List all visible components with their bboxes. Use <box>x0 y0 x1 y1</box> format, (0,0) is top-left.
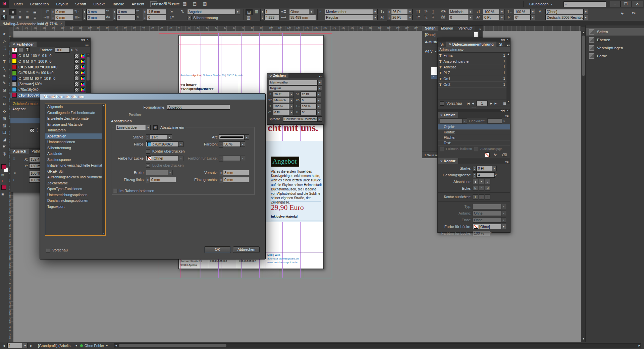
dialog-category-item[interactable]: Allgemein <box>45 104 102 110</box>
zoom-level-dropdown[interactable]: 78 %▼ <box>163 1 175 5</box>
right-indent-field[interactable]: 0 mm <box>87 9 105 14</box>
knockout-group-checkbox[interactable] <box>474 147 478 151</box>
column-count-stepper[interactable]: ▲▼ <box>260 9 264 15</box>
left-indent-field[interactable]: 0 mm <box>55 9 74 14</box>
merge-scrollbar[interactable]: ▲ ▼ <box>506 53 510 104</box>
close-icon[interactable]: ✕ <box>506 38 509 41</box>
rule-tint-stepper[interactable]: ▲▼ <box>219 141 223 148</box>
leading-dropdown[interactable]: 26 Pt▼ <box>301 92 321 97</box>
tool-button[interactable]: ↔ <box>0 51 8 58</box>
view-options-icon[interactable]: ▦ <box>183 1 186 6</box>
category-scrollbar[interactable]: ▲ ▼ <box>102 104 105 235</box>
stroke-gap-color-dropdown[interactable]: [Ohne]▼ <box>473 224 506 229</box>
menu-item[interactable]: Objekt <box>90 0 108 8</box>
miter-join-icon[interactable]: ◺ <box>473 186 478 191</box>
stroke-gap-tint-field[interactable]: 100 % <box>473 231 490 236</box>
left-indent-stepper[interactable]: ▲▼ <box>51 9 55 15</box>
effects-target-row[interactable]: Fläche: <box>438 135 510 140</box>
window-restore-button[interactable]: ❐ <box>621 1 631 7</box>
first-record-icon[interactable]: |◀ <box>467 102 470 105</box>
small-caps-button[interactable]: Tт <box>416 15 420 19</box>
drop-cap-chars-stepper[interactable]: ▲▼ <box>143 15 147 21</box>
rule-tint-dropdown[interactable]: 50 %▼ <box>223 141 245 147</box>
miter-limit-field[interactable]: 4 <box>477 172 495 178</box>
delete-effect-icon[interactable]: ⌫ <box>501 153 507 157</box>
space-after-stepper[interactable]: ▲▼ <box>83 15 87 21</box>
butt-cap-icon[interactable]: ▮ <box>473 179 478 184</box>
tool-button[interactable]: ✎ <box>0 79 8 86</box>
menu-item[interactable]: Tabelle <box>108 0 128 8</box>
merge-field-row[interactable]: T Ort2 1 <box>438 82 506 88</box>
font-style-dropdown[interactable]: Regular▼ <box>269 85 322 91</box>
space-before-stepper[interactable]: ▲▼ <box>51 15 55 21</box>
justify-right-button[interactable]: ≣ <box>17 15 23 20</box>
leading-dropdown[interactable]: 26 Pt▼ <box>391 15 413 20</box>
superscript-button[interactable]: T¹ <box>424 9 427 13</box>
swatch-row[interactable]: c70m16y0k0 <box>10 87 86 93</box>
tool-button[interactable]: ✒ <box>0 72 8 79</box>
collapse-panel-icon[interactable]: ◀◀ <box>500 109 504 112</box>
menu-item[interactable]: Layout <box>52 0 71 8</box>
menu-item[interactable]: Schrift <box>71 0 90 8</box>
indent-right-field[interactable]: 0 mm <box>223 177 249 182</box>
merge-preview-checkbox[interactable] <box>440 101 444 106</box>
rule-width-dropdown[interactable]: ▼ <box>146 170 173 175</box>
clear-effects-icon[interactable] <box>485 153 490 157</box>
character-styles-tab[interactable]: Zeichenformate <box>10 101 40 106</box>
align-right-button[interactable]: ≡ <box>24 9 31 14</box>
dialog-category-item[interactable]: Umbruchoptionen <box>45 139 102 145</box>
gap-tint-slider-icon[interactable]: ▶ <box>490 231 492 234</box>
reference-point-icon[interactable]: ⠿ <box>13 157 15 161</box>
gutter-field[interactable]: 38,489 mm <box>289 15 316 20</box>
record-number-field[interactable]: 1 <box>476 101 488 106</box>
gap-tint-stepper[interactable]: ▲▼ <box>219 156 223 162</box>
offset-field[interactable]: 8 mm <box>223 170 249 175</box>
fill-color-swatch[interactable] <box>1 164 6 169</box>
character-style-dropdown[interactable]: [Ohne]▼ <box>545 9 588 14</box>
paragraph-style-dropdown[interactable]: Angebot▼ <box>187 9 240 14</box>
align-tab[interactable]: Ausrich <box>10 149 29 154</box>
tint-field[interactable]: 100 <box>55 47 70 53</box>
all-caps-button[interactable]: TT <box>416 9 420 13</box>
scroll-up-icon[interactable]: ▲ <box>582 31 585 34</box>
dock-panel-button[interactable]: Seiten <box>586 28 644 36</box>
effects-tab[interactable]: ◇Effekte <box>438 112 458 118</box>
dock-panel-button[interactable]: Farbe <box>586 52 644 60</box>
baseline-shift-dropdown[interactable]: 0 Pt▼ <box>273 110 294 115</box>
subscript-button[interactable]: T₁ <box>424 15 427 19</box>
scroll-up-icon[interactable]: ▲ <box>103 104 105 106</box>
normal-view-mode-icon[interactable]: ▣ <box>1 192 4 196</box>
last-record-icon[interactable]: ▶| <box>494 102 497 105</box>
tool-button[interactable]: ✂ <box>0 101 8 108</box>
stroke-weight-dropdown[interactable]: 0 Pt▼ <box>477 166 497 171</box>
data-source-row[interactable]: Adressaten.csv <box>438 47 510 53</box>
last-line-indent-stepper[interactable]: ▲▼ <box>143 9 147 15</box>
fx-icon[interactable]: fx. <box>494 152 498 158</box>
horizontal-scrollbar[interactable]: ◀ ▶ <box>114 343 641 348</box>
links-tab[interactable]: Verknüpf <box>456 26 475 31</box>
overprint-stroke-checkbox[interactable]: Kontur überdrucken <box>146 149 185 154</box>
bridge-button[interactable]: Br <box>150 1 157 7</box>
tool-button[interactable]: ▭ <box>0 94 8 101</box>
dialog-category-item[interactable]: Grundlegende Zeichenformate <box>45 110 102 116</box>
kerning-dropdown[interactable]: Metrisch▼ <box>449 9 473 14</box>
collapse-panel-icon[interactable]: ◀◀ <box>500 38 504 41</box>
character-tab[interactable]: ◇Zeichen <box>267 73 288 78</box>
drop-cap-chars-field[interactable]: 0 <box>147 15 166 20</box>
object-swatch-icon[interactable] <box>19 48 23 52</box>
merge-field-row[interactable]: T Ansprechpartner 1 <box>438 58 506 64</box>
span-columns-dropdown[interactable]: Ohne▼ <box>289 9 314 14</box>
miter-limit-stepper[interactable]: ▲▼ <box>473 172 477 178</box>
panel-menu-icon[interactable]: ▾≡ <box>317 75 324 78</box>
swatch-row[interactable]: C=0 M=0 Y=100 K=0 <box>10 59 86 64</box>
arrange-documents-icon[interactable]: ▥ <box>203 1 207 6</box>
opacity-field[interactable] <box>487 118 502 124</box>
tint-slider-icon[interactable]: ▶ <box>71 49 73 51</box>
panel-menu-icon[interactable]: ▾≡ <box>632 11 636 15</box>
indent-left-stepper[interactable]: ▲▼ <box>146 177 150 183</box>
master-page-row[interactable]: [Ohne] <box>422 31 483 38</box>
preview-checkbox[interactable]: Vorschau <box>46 247 68 253</box>
tracking-dropdown[interactable]: 0▼ <box>449 15 473 20</box>
dialog-category-item[interactable]: OpenType-Funktionen <box>45 186 102 192</box>
rule-on-checkbox[interactable]: ✓ <box>153 125 158 130</box>
